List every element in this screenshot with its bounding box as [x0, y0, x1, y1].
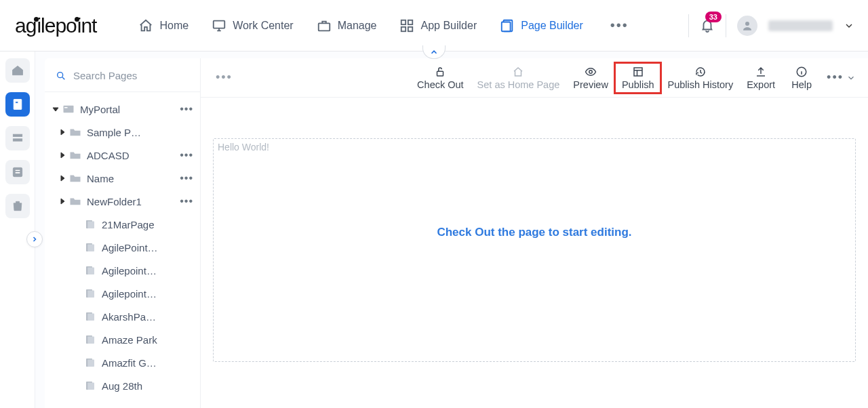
topbar: agilepoint Home Work Center Manage App B… [0, 0, 868, 52]
tree-root[interactable]: MyPortal ••• [45, 98, 200, 121]
user-name [768, 20, 833, 31]
svg-rect-16 [64, 107, 68, 108]
top-right: 33 [688, 14, 854, 37]
svg-rect-5 [408, 26, 412, 30]
svg-rect-22 [87, 268, 94, 275]
rail-list[interactable] [5, 160, 30, 184]
history-icon [694, 66, 707, 78]
svg-rect-32 [87, 383, 94, 390]
page-file-icon [83, 334, 98, 345]
svg-rect-10 [15, 102, 18, 104]
page-file-icon [83, 242, 98, 253]
page-file-icon [83, 288, 98, 299]
caret-right-icon [57, 198, 68, 205]
checkout-label: Check Out [417, 79, 464, 90]
monitor-icon [212, 18, 226, 33]
tree-row-more[interactable]: ••• [177, 149, 196, 161]
tree-page[interactable]: AkarshPa… [45, 305, 200, 328]
tree-page[interactable]: 21MarPage [45, 213, 200, 236]
rail-home[interactable] [5, 58, 30, 83]
export-button[interactable]: Export [740, 63, 782, 93]
tree-page-label: Agilepoint… [102, 265, 196, 277]
tree-page[interactable]: Agilepoint… [45, 259, 200, 282]
caret-right-icon [57, 152, 68, 159]
tree-folder[interactable]: NewFolder1 ••• [45, 190, 200, 213]
page-file-icon [83, 357, 98, 368]
publish-button[interactable]: Publish [615, 63, 661, 93]
tree-scroll[interactable]: MyPortal ••• Sample P… ADCASD ••• [45, 91, 200, 408]
top-nav: Home Work Center Manage App Builder Page… [137, 14, 688, 37]
folder-icon [68, 173, 83, 184]
folder-icon [68, 196, 83, 207]
tree-folder[interactable]: Name ••• [45, 167, 200, 190]
search-icon [56, 70, 66, 81]
tree-page[interactable]: Aug 28th [45, 374, 200, 397]
expand-rail-button[interactable] [26, 231, 43, 247]
set-home-button[interactable]: Set as Home Page [471, 63, 567, 93]
help-button[interactable]: Help [782, 63, 821, 93]
toolbar-more-left[interactable]: ••• [216, 70, 233, 85]
tree-page[interactable]: AgilePoint… [45, 236, 200, 259]
svg-rect-26 [87, 314, 94, 321]
svg-rect-18 [87, 222, 94, 229]
publish-history-button[interactable]: Publish History [660, 63, 740, 93]
export-label: Export [747, 79, 775, 90]
tree-folder[interactable]: ADCASD ••• [45, 144, 200, 167]
user-avatar[interactable] [737, 16, 757, 36]
home-icon [138, 18, 153, 33]
rail-form[interactable] [5, 126, 30, 150]
preview-button[interactable]: Preview [566, 63, 615, 93]
tree-row-more[interactable]: ••• [177, 103, 196, 115]
svg-rect-9 [14, 100, 22, 110]
svg-rect-7 [502, 22, 511, 31]
search-input[interactable] [72, 69, 189, 82]
nav-manage[interactable]: Manage [315, 14, 378, 37]
tree-root-label: MyPortal [80, 104, 177, 115]
user-menu-toggle[interactable] [844, 20, 854, 31]
layout-icon [632, 66, 644, 78]
nav-home[interactable]: Home [137, 14, 190, 37]
svg-rect-35 [634, 68, 642, 76]
canvas-placeholder-text: Hello World! [218, 142, 269, 152]
svg-rect-20 [87, 245, 94, 252]
svg-rect-11 [13, 134, 22, 136]
page-file-icon [83, 265, 98, 276]
tree-row-more[interactable]: ••• [177, 195, 196, 207]
checkout-button[interactable]: Check Out [410, 63, 471, 93]
page-file-icon [83, 311, 98, 322]
folder-icon [68, 127, 83, 138]
nav-work-center[interactable]: Work Center [210, 14, 295, 37]
notification-badge: 33 [705, 12, 722, 22]
tree-page[interactable]: Amazfit G… [45, 351, 200, 374]
nav-pagebuilder-label: Page Builder [521, 20, 583, 32]
set-home-label: Set as Home Page [477, 79, 560, 90]
tree-page-label: Amaze Park [102, 334, 196, 346]
canvas-message: Check Out the page to start editing. [214, 226, 855, 239]
notifications-button[interactable]: 33 [700, 18, 715, 33]
tree-page[interactable]: Agilepoint… [45, 282, 200, 305]
help-label: Help [791, 79, 812, 90]
tree-folder-label: NewFolder1 [87, 196, 177, 207]
rail-page[interactable] [5, 92, 30, 117]
tree-folder[interactable]: Sample P… [45, 121, 200, 144]
page-file-icon [83, 219, 98, 230]
nav-app-builder[interactable]: App Builder [398, 14, 478, 37]
svg-rect-15 [64, 106, 74, 113]
tree-folder-label: Name [87, 173, 177, 184]
nav-workcenter-label: Work Center [233, 20, 294, 32]
portal-icon [61, 104, 76, 115]
nav-more-icon[interactable]: ••• [605, 18, 634, 33]
chevron-up-icon [429, 47, 439, 57]
page-canvas[interactable]: Hello World! Check Out the page to start… [213, 138, 856, 362]
nav-home-label: Home [159, 20, 189, 32]
preview-label: Preview [573, 79, 608, 90]
nav-page-builder[interactable]: Page Builder [498, 14, 585, 37]
chevron-down-icon [846, 73, 856, 83]
tree-page-label: 21MarPage [102, 219, 196, 230]
rail-trash[interactable] [5, 194, 30, 218]
toolbar-overflow[interactable]: ••• [827, 70, 856, 85]
divider [688, 14, 689, 37]
tree-row-more[interactable]: ••• [177, 172, 196, 184]
side-rail [0, 52, 35, 408]
tree-page[interactable]: Amaze Park [45, 328, 200, 351]
